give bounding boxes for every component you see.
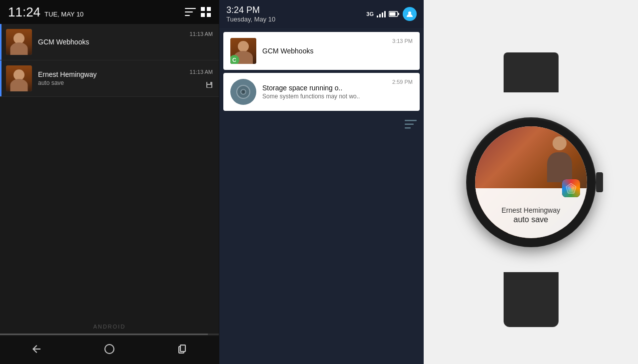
phone-nav-bar bbox=[0, 336, 219, 364]
tablet-notif-time-storage: 2:59 PM bbox=[392, 79, 413, 85]
phone-time: 11:24 bbox=[8, 4, 40, 20]
tablet-notif-title-storage: Storage space running o.. bbox=[262, 84, 386, 92]
tablet-time: 3:24 PM bbox=[226, 5, 275, 15]
svg-rect-8 bbox=[207, 82, 210, 84]
watch-panel: Ernest Hemingway auto save bbox=[424, 0, 638, 364]
phone-status-bar: 11:24 TUE, MAY 10 bbox=[0, 0, 219, 24]
tablet-bottom-menu[interactable] bbox=[219, 115, 424, 134]
svg-rect-20 bbox=[405, 120, 417, 121]
watch-band-top bbox=[504, 52, 559, 92]
svg-rect-4 bbox=[207, 7, 211, 11]
watch-band-bottom bbox=[504, 272, 559, 327]
storage-disc-icon bbox=[236, 85, 250, 99]
phone-date: TUE, MAY 10 bbox=[44, 10, 83, 18]
svg-rect-2 bbox=[185, 15, 190, 16]
watch-contact-name: Ernest Hemingway bbox=[502, 206, 561, 214]
svg-rect-15 bbox=[390, 12, 396, 16]
svg-rect-14 bbox=[398, 13, 400, 15]
tablet-notif-content-storage: Storage space running o.. Some system fu… bbox=[262, 84, 386, 100]
phone-status-icons bbox=[185, 7, 211, 17]
phone-notif-gcm[interactable]: GCM Webhooks 11:13 AM bbox=[0, 24, 219, 60]
svg-point-19 bbox=[242, 91, 244, 93]
tablet-date: Tuesday, May 10 bbox=[226, 15, 275, 23]
watch-overlay: Ernest Hemingway auto save bbox=[475, 188, 587, 238]
tablet-status-bar: 3:24 PM Tuesday, May 10 3G bbox=[219, 0, 424, 28]
svg-rect-22 bbox=[405, 127, 411, 129]
signal-3g: 3G bbox=[366, 11, 374, 17]
signal-bar-4 bbox=[384, 11, 386, 17]
tablet-panel: 3:24 PM Tuesday, May 10 3G bbox=[219, 0, 424, 364]
menu-icon bbox=[185, 8, 196, 16]
svg-rect-0 bbox=[185, 8, 196, 9]
svg-rect-9 bbox=[207, 85, 211, 87]
gem-icon bbox=[565, 182, 577, 194]
battery-icon bbox=[389, 11, 400, 17]
watch-container: Ernest Hemingway auto save bbox=[451, 82, 611, 282]
avatar-body-gcm bbox=[10, 42, 28, 55]
gcm-badge: C bbox=[230, 55, 239, 64]
gcm-badge-letter: C bbox=[232, 57, 236, 63]
tablet-notif-avatar-gcm: C bbox=[230, 38, 256, 64]
tablet-status-icons: 3G bbox=[366, 7, 417, 21]
signal-bar-2 bbox=[379, 14, 381, 17]
watch-screen: Ernest Hemingway auto save bbox=[475, 126, 587, 238]
phone-panel: 11:24 TUE, MAY 10 bbox=[0, 0, 219, 364]
save-icon bbox=[206, 81, 213, 90]
back-button[interactable] bbox=[30, 343, 42, 358]
avatar-person-hemingway bbox=[6, 65, 32, 91]
notif-title-gcm: GCM Webhooks bbox=[38, 38, 190, 46]
tablet-notif-time-gcm: 3:13 PM bbox=[392, 38, 413, 44]
tablet-time-block: 3:24 PM Tuesday, May 10 bbox=[226, 5, 275, 23]
signal-bars bbox=[377, 10, 386, 17]
tablet-notif-gcm[interactable]: C GCM Webhooks 3:13 PM bbox=[223, 32, 420, 70]
watch-face bbox=[553, 136, 567, 150]
svg-point-10 bbox=[105, 345, 114, 354]
tablet-notif-content-gcm: GCM Webhooks bbox=[262, 47, 386, 55]
phone-notif-hemingway[interactable]: Ernest Hemingway auto save 11:13 AM bbox=[0, 60, 219, 97]
svg-rect-1 bbox=[185, 11, 193, 12]
svg-rect-21 bbox=[405, 124, 414, 125]
notif-avatar-hemingway bbox=[6, 65, 32, 91]
blue-accent-1 bbox=[0, 24, 1, 60]
notif-time-gcm: 11:13 AM bbox=[190, 31, 213, 37]
signal-bar-1 bbox=[377, 15, 378, 17]
tablet-notif-desc-storage: Some system functions may not wo.. bbox=[262, 93, 386, 100]
tablet-notif-title-gcm: GCM Webhooks bbox=[262, 47, 386, 55]
watch-app-icon bbox=[562, 179, 580, 197]
tablet-notif-storage[interactable]: Storage space running o.. Some system fu… bbox=[223, 73, 420, 111]
notif-content-hemingway: Ernest Hemingway auto save bbox=[38, 70, 190, 86]
storage-avatar bbox=[230, 79, 256, 105]
hamburger-icon[interactable] bbox=[405, 120, 417, 129]
notif-subtitle-hemingway: auto save bbox=[38, 79, 190, 86]
grid-icon bbox=[201, 7, 211, 17]
svg-rect-6 bbox=[207, 13, 211, 17]
notif-title-hemingway: Ernest Hemingway bbox=[38, 70, 190, 78]
watch-body bbox=[547, 152, 572, 182]
android-label: ANDROID bbox=[0, 320, 219, 334]
watch-case: Ernest Hemingway auto save bbox=[466, 117, 596, 247]
avatar-body-hemingway bbox=[10, 79, 28, 91]
svg-rect-12 bbox=[180, 345, 185, 352]
svg-rect-5 bbox=[201, 13, 205, 17]
gcm-face bbox=[238, 41, 249, 52]
progress-fill bbox=[0, 334, 208, 335]
home-button[interactable] bbox=[103, 343, 115, 358]
recents-button[interactable] bbox=[176, 343, 188, 358]
watch-crown bbox=[596, 172, 603, 192]
watch-message: auto save bbox=[514, 215, 548, 224]
watch-app-icon-inner bbox=[562, 179, 580, 197]
notif-avatar-gcm bbox=[6, 29, 32, 55]
tablet-notif-list: C GCM Webhooks 3:13 PM Storage space run… bbox=[219, 28, 424, 115]
notif-time-hemingway: 11:13 AM bbox=[190, 69, 213, 75]
progress-bar bbox=[0, 334, 219, 335]
signal-bar-3 bbox=[382, 12, 383, 17]
blue-accent-2 bbox=[0, 60, 1, 96]
avatar-person-gcm bbox=[6, 29, 32, 55]
svg-rect-3 bbox=[201, 7, 205, 11]
user-avatar-tablet[interactable] bbox=[403, 7, 417, 21]
phone-notification-list: GCM Webhooks 11:13 AM Ernest Hemingway a… bbox=[0, 24, 219, 320]
notif-content-gcm: GCM Webhooks bbox=[38, 38, 190, 46]
